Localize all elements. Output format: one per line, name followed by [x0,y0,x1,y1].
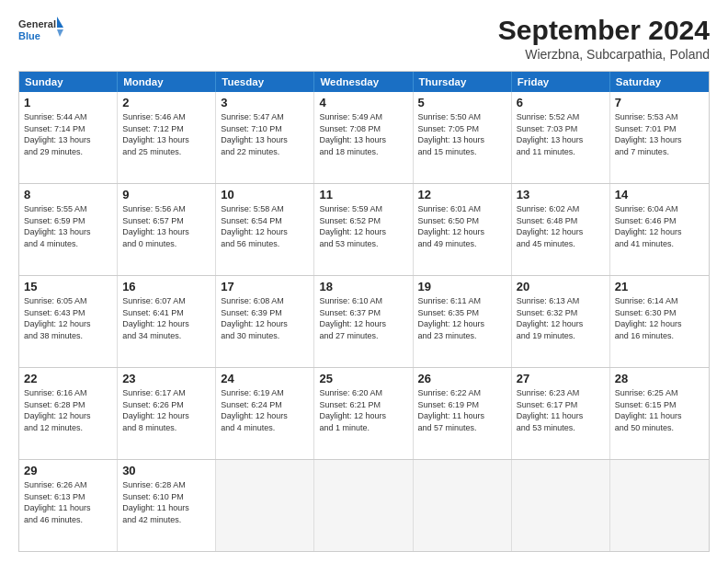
day-number: 30 [122,464,210,477]
day-cell: 5Sunrise: 5:50 AM Sunset: 7:05 PM Daylig… [414,92,512,183]
svg-text:Blue: Blue [18,30,40,41]
day-cell: 8Sunrise: 5:55 AM Sunset: 6:59 PM Daylig… [19,184,118,275]
svg-text:General: General [18,18,56,29]
day-info: Sunrise: 6:19 AM Sunset: 6:24 PM Dayligh… [221,387,309,433]
day-cell: 22Sunrise: 6:16 AM Sunset: 6:28 PM Dayli… [19,368,118,459]
day-cell: 7Sunrise: 5:53 AM Sunset: 7:01 PM Daylig… [610,92,709,183]
day-info: Sunrise: 5:59 AM Sunset: 6:52 PM Dayligh… [319,203,407,249]
day-cell [414,460,512,551]
day-info: Sunrise: 5:55 AM Sunset: 6:59 PM Dayligh… [24,203,112,249]
day-cell: 14Sunrise: 6:04 AM Sunset: 6:46 PM Dayli… [610,184,709,275]
day-cell: 29Sunrise: 6:26 AM Sunset: 6:13 PM Dayli… [19,460,118,551]
svg-marker-2 [57,17,63,28]
day-cell: 18Sunrise: 6:10 AM Sunset: 6:37 PM Dayli… [314,276,413,367]
day-cell: 19Sunrise: 6:11 AM Sunset: 6:35 PM Dayli… [414,276,512,367]
day-info: Sunrise: 6:08 AM Sunset: 6:39 PM Dayligh… [221,295,309,341]
day-number: 11 [319,188,407,201]
day-info: Sunrise: 6:05 AM Sunset: 6:43 PM Dayligh… [24,295,112,341]
day-number: 5 [418,96,506,109]
day-cell: 12Sunrise: 6:01 AM Sunset: 6:50 PM Dayli… [414,184,512,275]
day-number: 27 [517,372,605,385]
day-cell [216,460,314,551]
week-4: 22Sunrise: 6:16 AM Sunset: 6:28 PM Dayli… [19,367,709,459]
day-info: Sunrise: 6:25 AM Sunset: 6:15 PM Dayligh… [615,387,704,433]
day-number: 3 [221,96,309,109]
day-number: 26 [418,372,506,385]
day-cell: 13Sunrise: 6:02 AM Sunset: 6:48 PM Dayli… [512,184,610,275]
weekday-monday: Monday [118,72,216,92]
day-cell: 27Sunrise: 6:23 AM Sunset: 6:17 PM Dayli… [512,368,610,459]
day-number: 21 [615,280,704,293]
day-cell: 1Sunrise: 5:44 AM Sunset: 7:14 PM Daylig… [19,92,118,183]
day-number: 13 [517,188,605,201]
day-info: Sunrise: 6:11 AM Sunset: 6:35 PM Dayligh… [418,295,506,341]
page-header: General Blue September 2024 Wierzbna, Su… [18,15,710,62]
day-info: Sunrise: 5:56 AM Sunset: 6:57 PM Dayligh… [122,203,210,249]
day-info: Sunrise: 6:10 AM Sunset: 6:37 PM Dayligh… [319,295,407,341]
day-info: Sunrise: 6:04 AM Sunset: 6:46 PM Dayligh… [615,203,704,249]
calendar-header: Sunday Monday Tuesday Wednesday Thursday… [19,72,709,92]
day-info: Sunrise: 5:53 AM Sunset: 7:01 PM Dayligh… [615,111,704,157]
day-number: 7 [615,96,704,109]
weekday-tuesday: Tuesday [216,72,314,92]
day-number: 2 [122,96,210,109]
day-number: 12 [418,188,506,201]
day-cell: 10Sunrise: 5:58 AM Sunset: 6:54 PM Dayli… [216,184,314,275]
day-info: Sunrise: 5:50 AM Sunset: 7:05 PM Dayligh… [418,111,506,157]
day-cell: 28Sunrise: 6:25 AM Sunset: 6:15 PM Dayli… [610,368,709,459]
logo: General Blue [18,15,64,48]
day-info: Sunrise: 6:14 AM Sunset: 6:30 PM Dayligh… [615,295,704,341]
day-cell: 9Sunrise: 5:56 AM Sunset: 6:57 PM Daylig… [118,184,216,275]
week-5: 29Sunrise: 6:26 AM Sunset: 6:13 PM Dayli… [19,459,709,551]
day-number: 17 [221,280,309,293]
day-cell: 15Sunrise: 6:05 AM Sunset: 6:43 PM Dayli… [19,276,118,367]
calendar-body: 1Sunrise: 5:44 AM Sunset: 7:14 PM Daylig… [19,92,709,551]
day-number: 28 [615,372,704,385]
day-cell: 26Sunrise: 6:22 AM Sunset: 6:19 PM Dayli… [414,368,512,459]
day-cell: 16Sunrise: 6:07 AM Sunset: 6:41 PM Dayli… [118,276,216,367]
day-cell: 24Sunrise: 6:19 AM Sunset: 6:24 PM Dayli… [216,368,314,459]
title-block: September 2024 Wierzbna, Subcarpathia, P… [498,15,710,62]
weekday-friday: Friday [512,72,610,92]
day-cell: 11Sunrise: 5:59 AM Sunset: 6:52 PM Dayli… [314,184,413,275]
day-info: Sunrise: 5:52 AM Sunset: 7:03 PM Dayligh… [517,111,605,157]
day-info: Sunrise: 6:22 AM Sunset: 6:19 PM Dayligh… [418,387,506,433]
day-info: Sunrise: 6:20 AM Sunset: 6:21 PM Dayligh… [319,387,407,433]
week-2: 8Sunrise: 5:55 AM Sunset: 6:59 PM Daylig… [19,183,709,275]
page-subtitle: Wierzbna, Subcarpathia, Poland [498,47,710,62]
day-number: 6 [517,96,605,109]
day-number: 15 [24,280,112,293]
day-info: Sunrise: 5:49 AM Sunset: 7:08 PM Dayligh… [319,111,407,157]
day-info: Sunrise: 5:58 AM Sunset: 6:54 PM Dayligh… [221,203,309,249]
day-cell: 21Sunrise: 6:14 AM Sunset: 6:30 PM Dayli… [610,276,709,367]
day-number: 14 [615,188,704,201]
day-info: Sunrise: 6:16 AM Sunset: 6:28 PM Dayligh… [24,387,112,433]
day-cell: 2Sunrise: 5:46 AM Sunset: 7:12 PM Daylig… [118,92,216,183]
day-info: Sunrise: 6:26 AM Sunset: 6:13 PM Dayligh… [24,479,112,525]
week-3: 15Sunrise: 6:05 AM Sunset: 6:43 PM Dayli… [19,275,709,367]
day-number: 9 [122,188,210,201]
day-info: Sunrise: 6:02 AM Sunset: 6:48 PM Dayligh… [517,203,605,249]
day-cell [314,460,413,551]
day-cell: 17Sunrise: 6:08 AM Sunset: 6:39 PM Dayli… [216,276,314,367]
page-title: September 2024 [498,15,710,45]
day-number: 24 [221,372,309,385]
day-cell [610,460,709,551]
day-info: Sunrise: 6:28 AM Sunset: 6:10 PM Dayligh… [122,479,210,525]
day-cell: 4Sunrise: 5:49 AM Sunset: 7:08 PM Daylig… [314,92,413,183]
weekday-sunday: Sunday [19,72,118,92]
calendar-page: General Blue September 2024 Wierzbna, Su… [0,0,728,563]
day-cell: 30Sunrise: 6:28 AM Sunset: 6:10 PM Dayli… [118,460,216,551]
day-info: Sunrise: 6:07 AM Sunset: 6:41 PM Dayligh… [122,295,210,341]
day-number: 4 [319,96,407,109]
weekday-saturday: Saturday [610,72,709,92]
day-info: Sunrise: 6:01 AM Sunset: 6:50 PM Dayligh… [418,203,506,249]
day-cell: 23Sunrise: 6:17 AM Sunset: 6:26 PM Dayli… [118,368,216,459]
day-info: Sunrise: 6:23 AM Sunset: 6:17 PM Dayligh… [517,387,605,433]
week-1: 1Sunrise: 5:44 AM Sunset: 7:14 PM Daylig… [19,92,709,183]
day-number: 22 [24,372,112,385]
logo-svg: General Blue [18,15,64,48]
day-cell: 20Sunrise: 6:13 AM Sunset: 6:32 PM Dayli… [512,276,610,367]
day-number: 25 [319,372,407,385]
calendar: Sunday Monday Tuesday Wednesday Thursday… [18,71,710,552]
